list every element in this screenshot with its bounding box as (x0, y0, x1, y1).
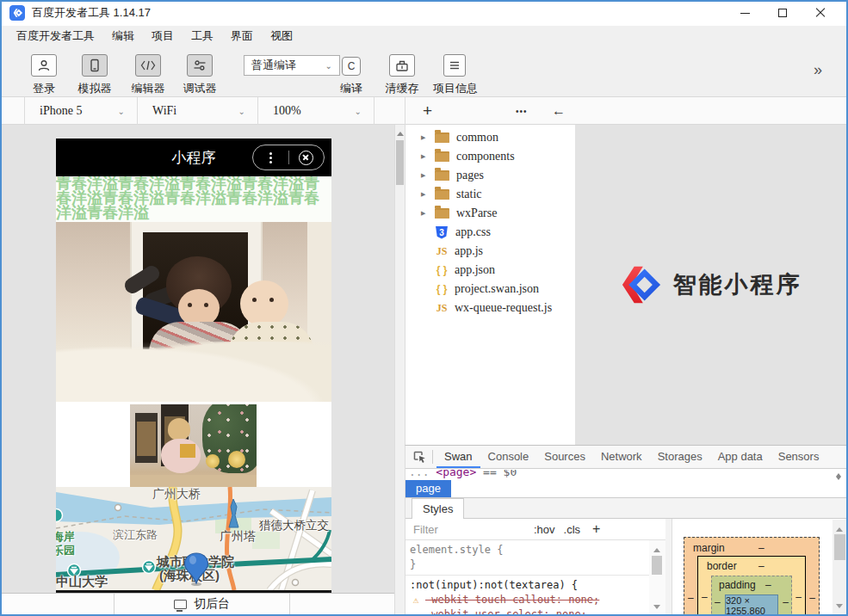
photo-row (56, 404, 331, 487)
close-button[interactable] (802, 0, 839, 26)
border-right-value[interactable]: – (795, 591, 802, 603)
clear-cache-button[interactable] (389, 54, 415, 77)
tree-item-pages[interactable]: ▶ pages (405, 166, 575, 185)
scroll-down-icon (836, 604, 843, 612)
rule-element-style[interactable]: element.style { } (405, 540, 649, 576)
simulator-bottom-bar: 切后台 (0, 593, 394, 614)
smart-program-logo-icon (622, 265, 661, 305)
expand-icon[interactable]: ▶ (421, 210, 430, 217)
tree-item-app-js[interactable]: JS app.js (405, 242, 575, 261)
css-property[interactable]: -webkit-touch-callout: none; (425, 593, 599, 607)
border-left-value[interactable]: – (702, 591, 708, 603)
tree-item-app-css[interactable]: 3 app.css (405, 223, 575, 242)
zoom-value: 100% (273, 104, 301, 118)
tab-styles[interactable]: Styles (412, 498, 464, 519)
box-model-border[interactable]: border – – – padding – – – 320 × 1255.86… (697, 556, 806, 615)
tree-item-label: common (456, 131, 498, 145)
tab-swan[interactable]: Swan (436, 446, 480, 468)
maximize-button[interactable] (764, 0, 802, 26)
inspect-element-icon[interactable] (413, 451, 426, 464)
tab-console[interactable]: Console (480, 446, 537, 468)
menu-tools[interactable]: 工具 (183, 28, 222, 44)
scrollbar-thumb[interactable] (396, 140, 404, 185)
folder-icon (435, 189, 449, 200)
tab-sensors[interactable]: Sensors (771, 446, 827, 468)
menu-view[interactable]: 视图 (262, 28, 301, 44)
scrollbar-thumb[interactable] (652, 556, 662, 575)
switch-background-button[interactable]: 切后台 (115, 594, 290, 614)
styles-scrollbar[interactable] (649, 540, 665, 615)
toolbar-more-button[interactable]: » (814, 61, 822, 79)
new-style-rule-button[interactable]: + (592, 521, 600, 537)
file-tree-panel: ▶ common ▶ components ▶ pages ▶ static ▶… (405, 125, 575, 445)
simulator-toggle-button[interactable] (82, 54, 108, 77)
map-label-university: 中山大学 (56, 574, 108, 590)
dom-tree-row[interactable]: ... <page> == $0 (405, 470, 848, 480)
minimize-button[interactable] (726, 0, 764, 26)
sort-updown-icon[interactable] (835, 471, 843, 479)
margin-right-value[interactable]: – (809, 592, 815, 604)
close-miniprogram-button[interactable] (288, 151, 324, 165)
editor-toggle-button[interactable] (135, 54, 161, 77)
marquee-text: 青春洋溢青春洋溢青春洋溢青春洋溢青春洋溢青春洋溢青春洋溢青春洋溢青春洋溢青春洋溢 (56, 176, 331, 222)
tree-item-components[interactable]: ▶ components (405, 147, 575, 166)
class-toggle[interactable]: .cls (564, 523, 581, 536)
padding-right-value[interactable]: – (783, 596, 789, 608)
box-model-margin[interactable]: margin – – – border – – – padding – – – … (684, 537, 820, 615)
menu-edit[interactable]: 编辑 (103, 28, 143, 44)
dom-tag[interactable]: <page> (436, 470, 476, 478)
network-select[interactable]: WiFi ⌄ (138, 97, 258, 125)
expand-icon[interactable]: ▶ (421, 153, 430, 160)
compile-mode-select[interactable]: 普通编译 ⌄ (244, 55, 340, 76)
tree-item-app-json[interactable]: { } app.json (405, 261, 575, 280)
map-widget[interactable]: 广州大桥 滨江东路 广州塔 猎德大桥立交 城市职业学院 (海珠校区) 中山大学 … (56, 487, 331, 590)
tab-storages[interactable]: Storages (650, 446, 710, 468)
breadcrumb-page-chip[interactable]: page (405, 480, 451, 497)
margin-left-value[interactable]: – (688, 592, 694, 604)
project-info-button[interactable] (443, 54, 466, 77)
box-model-padding[interactable]: padding – – – 320 × 1255.860 (711, 576, 792, 615)
tree-item-static[interactable]: ▶ static (405, 185, 575, 204)
device-select[interactable]: iPhone 5 ⌄ (24, 97, 138, 125)
menu-project[interactable]: 项目 (143, 28, 183, 44)
js-file-icon: JS (434, 245, 449, 258)
rule-not-input[interactable]: :not(input):not(textarea) { ⚠ -webkit-to… (405, 576, 649, 616)
cache-box-icon (395, 59, 409, 72)
expand-icon[interactable]: ▶ (421, 134, 430, 141)
css-property[interactable]: -webkit-user-select: none; (425, 607, 587, 616)
tab-sources[interactable]: Sources (536, 446, 593, 468)
tree-item-wxparse[interactable]: ▶ wxParse (405, 204, 575, 223)
folder-icon (435, 132, 449, 143)
collapse-panel-button[interactable]: ← (552, 97, 566, 125)
pane-splitter[interactable] (665, 519, 672, 615)
tab-app-data[interactable]: App data (710, 446, 771, 468)
pseudo-state-toggle[interactable]: :hov (534, 523, 555, 536)
tree-item-common[interactable]: ▶ common (405, 128, 575, 147)
compile-button[interactable]: C (342, 57, 361, 76)
expand-icon[interactable]: ▶ (421, 191, 430, 198)
menu-app[interactable]: 百度开发者工具 (8, 28, 103, 44)
scrollbar-thumb[interactable] (834, 534, 845, 560)
more-menu-button[interactable] (253, 152, 288, 163)
login-button[interactable] (31, 54, 57, 77)
boxmodel-scrollbar[interactable] (833, 520, 847, 615)
menu-interface[interactable]: 界面 (222, 28, 262, 44)
more-options-button[interactable]: ••• (516, 97, 528, 125)
dom-prefix: ... (409, 470, 429, 478)
zoom-select[interactable]: 100% ⌄ (258, 97, 374, 125)
rule-selector[interactable]: :not(input):not(textarea) { (410, 578, 649, 593)
border-top-value[interactable]: – (758, 560, 764, 572)
box-model-content[interactable]: 320 × 1255.860 (725, 594, 778, 615)
padding-left-value[interactable]: – (715, 596, 721, 608)
debugger-toggle-button[interactable] (187, 54, 213, 77)
tab-network[interactable]: Network (593, 446, 650, 468)
margin-top-value[interactable]: – (758, 542, 764, 554)
styles-filter-input[interactable] (413, 523, 525, 536)
padding-top-value[interactable]: – (765, 579, 771, 591)
expand-icon[interactable]: ▶ (421, 172, 430, 179)
tree-item-project-swan-json[interactable]: { } project.swan.json (405, 280, 575, 299)
rule-selector[interactable]: element.style { (410, 543, 649, 557)
add-file-button[interactable]: + (423, 97, 432, 125)
simulator-scrollbar[interactable] (394, 125, 405, 614)
tree-item-wx-queue-request-js[interactable]: JS wx-queue-request.js (405, 299, 575, 317)
